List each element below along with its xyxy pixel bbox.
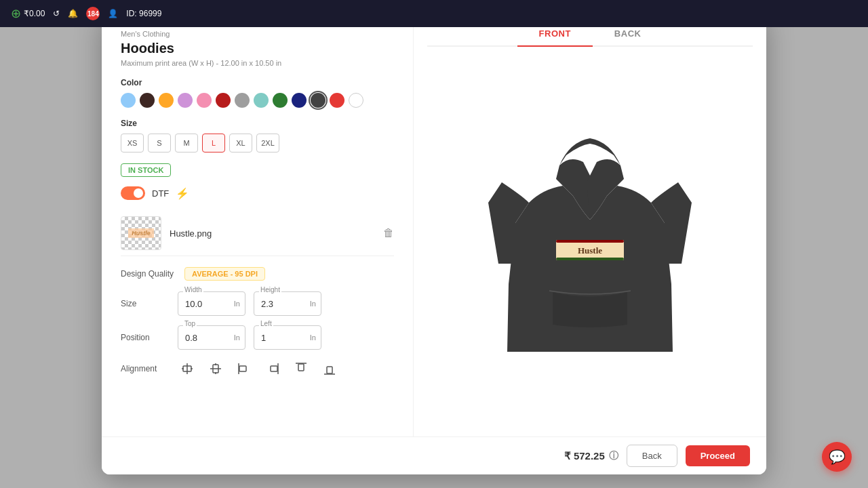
refresh-icon: ↺	[53, 9, 60, 18]
color-section-label: Color	[121, 78, 394, 87]
chat-icon: 💬	[829, 449, 846, 465]
bell-icon: 🔔	[68, 9, 78, 18]
height-field: Height 2.3 In	[254, 291, 321, 316]
svg-rect-17	[556, 240, 624, 243]
lightning-icon: ⚡	[176, 187, 189, 200]
position-field-group: Position Top 0.8 In Left 1 In	[121, 325, 394, 350]
left-unit: In	[310, 333, 316, 342]
file-row: Hustle Hustle.png 🗑	[121, 211, 394, 256]
size-m[interactable]: M	[175, 134, 198, 152]
top-unit: In	[234, 333, 240, 342]
file-thumbnail: Hustle	[121, 216, 161, 250]
back-button[interactable]: Back	[627, 445, 677, 467]
width-field: Width 10.0 In	[178, 291, 245, 316]
width-unit: In	[234, 300, 240, 308]
color-white[interactable]	[349, 93, 363, 108]
balance-value: ₹0.00	[24, 9, 45, 18]
color-options	[121, 93, 394, 108]
modal-footer: ₹ 572.25 ⓘ Back Proceed	[102, 436, 766, 474]
info-icon[interactable]: ⓘ	[609, 450, 618, 462]
price-display: ₹ 572.25 ⓘ	[564, 450, 618, 462]
product-subtitle: Maximum print area (W x H) - 12.00 in x …	[121, 59, 394, 67]
size-section-label: Size	[121, 119, 394, 128]
delete-icon[interactable]: 🗑	[383, 227, 394, 239]
color-teal[interactable]	[254, 93, 269, 108]
alignment-row: Alignment	[121, 359, 394, 378]
size-2xl[interactable]: 2XL	[256, 134, 279, 152]
svg-rect-11	[271, 366, 277, 371]
dtf-label: DTF	[152, 188, 169, 199]
color-lavender[interactable]	[178, 93, 193, 108]
position-label: Position	[121, 333, 170, 342]
color-dark-charcoal[interactable]	[311, 93, 326, 108]
align-bottom-icon[interactable]	[320, 359, 339, 378]
stock-badge: IN STOCK	[121, 163, 171, 177]
user-id: ID: 96999	[126, 9, 161, 18]
size-field-group: Size Width 10.0 In Height 2.3 In	[121, 291, 394, 316]
size-l[interactable]: L	[202, 134, 225, 152]
file-name: Hustle.png	[170, 228, 375, 239]
color-navy[interactable]	[292, 93, 307, 108]
proceed-button[interactable]: Proceed	[686, 445, 750, 466]
align-left-icon[interactable]	[235, 359, 254, 378]
svg-rect-18	[556, 258, 624, 260]
height-label: Height	[259, 286, 281, 293]
quality-row: Design Quality AVERAGE - 95 DPI	[121, 267, 394, 281]
color-dark-red[interactable]	[216, 93, 231, 108]
left-panel: Men's Clothing Hoodies Maximum print are…	[102, 14, 414, 436]
notification-bell[interactable]: 🔔	[68, 9, 78, 18]
user-avatar[interactable]: 👤	[108, 9, 118, 18]
svg-rect-15	[327, 367, 332, 373]
product-preview: Hustle	[427, 58, 753, 428]
alignment-label: Alignment	[121, 364, 170, 373]
price-value: ₹ 572.25	[564, 450, 605, 462]
svg-rect-9	[239, 366, 246, 371]
top-label: Top	[183, 320, 197, 327]
svg-text:Hustle: Hustle	[578, 245, 602, 256]
size-options: XSSMLXL2XL	[121, 134, 394, 152]
alignment-icons	[178, 359, 339, 378]
dtf-row: DTF ⚡	[121, 186, 394, 200]
color-dark-brown[interactable]	[140, 93, 155, 108]
balance-icon: ⊕ ₹0.00	[11, 6, 45, 21]
left-label: Left	[259, 320, 273, 327]
user-icon: 👤	[108, 9, 118, 18]
color-forest-green[interactable]	[273, 93, 288, 108]
color-gray[interactable]	[235, 93, 250, 108]
size-label: Size	[121, 299, 170, 308]
align-right-icon[interactable]	[263, 359, 282, 378]
color-light-blue[interactable]	[121, 93, 136, 108]
align-center-vertical-icon[interactable]	[206, 359, 225, 378]
size-xl[interactable]: XL	[229, 134, 252, 152]
page-title: Hoodies	[121, 41, 394, 56]
file-thumb-inner: Hustle	[128, 228, 154, 238]
color-orange[interactable]	[159, 93, 174, 108]
dtf-toggle[interactable]	[121, 186, 145, 200]
design-quality-label: Design Quality	[121, 269, 175, 279]
left-field: Left 1 In	[254, 325, 321, 350]
color-pink[interactable]	[197, 93, 212, 108]
align-center-horizontal-icon[interactable]	[178, 359, 197, 378]
hoodie-svg: Hustle	[481, 115, 698, 372]
size-xs[interactable]: XS	[121, 134, 144, 152]
chat-button[interactable]: 💬	[822, 442, 852, 472]
right-panel: FRONTBACK	[414, 14, 766, 436]
top-field: Top 0.8 In	[178, 325, 245, 350]
notification-count[interactable]: 184	[86, 7, 100, 20]
width-label: Width	[183, 286, 203, 293]
main-modal: Men's Clothing Hoodies Maximum print are…	[102, 14, 766, 474]
size-s[interactable]: S	[148, 134, 171, 152]
breadcrumb: Men's Clothing	[121, 30, 394, 38]
svg-rect-13	[298, 364, 304, 371]
height-unit: In	[310, 300, 316, 308]
color-red[interactable]	[330, 93, 344, 108]
design-quality-value: AVERAGE - 95 DPI	[184, 267, 265, 281]
align-top-icon[interactable]	[292, 359, 311, 378]
refresh-button[interactable]: ↺	[53, 9, 60, 18]
